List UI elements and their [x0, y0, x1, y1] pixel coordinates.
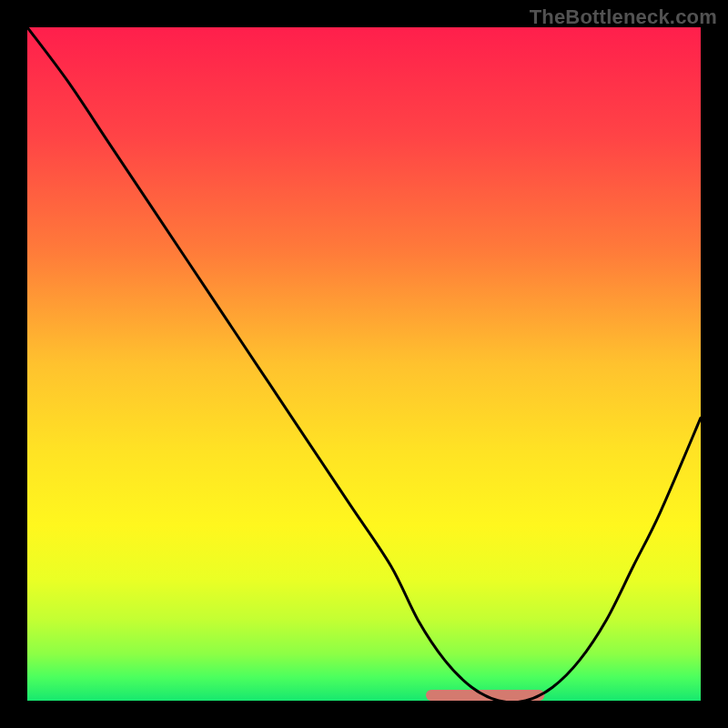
watermark-text: TheBottleneck.com [530, 5, 717, 29]
curve-layer [27, 27, 701, 701]
plot-area [27, 27, 701, 701]
chart-frame: TheBottleneck.com [0, 0, 728, 728]
bottleneck-curve [27, 27, 701, 701]
